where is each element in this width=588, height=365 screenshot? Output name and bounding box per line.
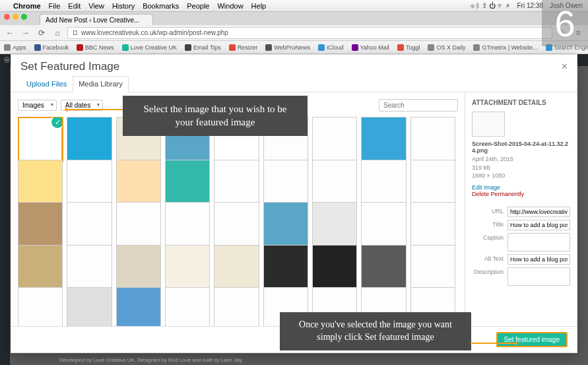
tab-media-library[interactable]: Media Library [73, 76, 129, 92]
media-thumbnail[interactable] [410, 160, 455, 205]
description-field[interactable] [507, 267, 570, 286]
wp-logo-icon[interactable]: ⓦ [4, 56, 10, 65]
title-field[interactable] [507, 220, 570, 230]
window-minimize-icon[interactable] [13, 14, 18, 20]
annotation-arrow [471, 343, 517, 344]
media-thumbnail[interactable] [165, 160, 210, 205]
reload-button[interactable]: ⟳ [36, 27, 48, 39]
media-thumbnail[interactable] [116, 287, 161, 326]
media-thumbnail[interactable] [116, 160, 161, 205]
thumbnail-grid [18, 117, 458, 326]
menu-bookmarks[interactable]: Bookmarks [143, 2, 179, 10]
url-text: www.lovecreativeuk.co.uk/wp-admin/post-n… [81, 29, 228, 36]
filter-type-select[interactable]: Images [18, 100, 57, 111]
media-thumbnail[interactable] [18, 160, 63, 205]
media-thumbnail[interactable] [18, 287, 63, 326]
title-label: Title [472, 220, 504, 228]
media-thumbnail[interactable] [263, 245, 308, 290]
home-button[interactable]: ⌂ [51, 27, 63, 39]
media-thumbnail[interactable] [165, 245, 210, 290]
bookmark-apps[interactable]: Apps [4, 44, 26, 51]
media-thumbnail[interactable] [312, 202, 357, 247]
back-button[interactable]: ← [4, 27, 16, 39]
media-thumbnail[interactable] [67, 202, 112, 247]
wp-admin-sidebar[interactable] [0, 66, 10, 365]
bookmarks-bar: Apps Facebook BBC News Love Creative UK … [0, 41, 588, 54]
media-thumbnail[interactable] [116, 245, 161, 290]
media-thumbnail[interactable] [263, 160, 308, 205]
media-thumbnail[interactable] [67, 117, 112, 162]
delete-permanently-link[interactable]: Delete Permanently [472, 191, 570, 197]
media-thumbnail[interactable] [361, 202, 406, 247]
media-thumbnail[interactable] [312, 117, 357, 162]
bookmark-item[interactable]: BBC News [77, 44, 114, 51]
bookmark-item[interactable]: Love Creative UK [122, 44, 178, 51]
caption-label: Caption [472, 233, 504, 241]
attachment-details: ATTACHMENT DETAILS Screen-Shot-2015-04-2… [465, 92, 577, 326]
menu-help[interactable]: Help [251, 2, 267, 10]
set-featured-image-button[interactable]: Set featured image [496, 332, 568, 347]
media-thumbnail[interactable] [214, 202, 259, 247]
app-name[interactable]: Chrome [13, 2, 41, 10]
media-thumbnail[interactable] [67, 287, 112, 326]
alt-field[interactable] [507, 254, 570, 265]
clock[interactable]: Fri 12:38 [517, 2, 543, 9]
forward-button[interactable]: → [20, 27, 32, 39]
annotation-arrow [66, 109, 123, 110]
macos-menubar: Chrome File Edit View History Bookmarks … [0, 0, 588, 12]
media-thumbnail[interactable] [18, 202, 63, 247]
media-thumbnail[interactable] [361, 117, 406, 162]
status-icons: ◎ ᛒ ⇪ ⏻ ᯤ ⚡︎ [471, 2, 511, 9]
tab-upload-files[interactable]: Upload Files [20, 76, 73, 92]
media-thumbnail[interactable] [67, 160, 112, 205]
bookmark-item[interactable]: Facebook [34, 44, 69, 51]
media-thumbnail[interactable] [410, 117, 455, 162]
window-zoom-icon[interactable] [21, 14, 27, 20]
url-label: URL [472, 207, 504, 215]
menu-window[interactable]: Window [217, 2, 243, 10]
menu-file[interactable]: File [49, 2, 61, 10]
bookmark-item[interactable]: Email Tips [185, 44, 221, 51]
media-thumbnail[interactable] [67, 245, 112, 290]
bookmark-item[interactable]: Yahoo Mail [352, 44, 389, 51]
attachment-size: 319 kB [472, 164, 490, 171]
media-thumbnail[interactable] [214, 245, 259, 290]
media-thumbnail[interactable] [312, 160, 357, 205]
url-field[interactable] [507, 207, 570, 217]
details-heading: ATTACHMENT DETAILS [472, 99, 570, 106]
media-thumbnail[interactable] [214, 160, 259, 205]
bookmark-item[interactable]: GTmetrix | Website... [473, 44, 537, 51]
attachment-dimensions: 1680 × 1050 [472, 172, 505, 179]
caption-field[interactable] [507, 233, 570, 251]
media-thumbnail[interactable] [312, 245, 357, 290]
menu-people[interactable]: People [187, 2, 209, 10]
close-icon[interactable]: × [562, 61, 568, 73]
media-thumbnail[interactable] [18, 245, 63, 290]
browser-tab[interactable]: Add New Post ‹ Love Creative... [40, 14, 153, 25]
attachment-filename: Screen-Shot-2015-04-24-at-11.32.24.png [472, 141, 570, 154]
media-thumbnail[interactable] [361, 160, 406, 205]
media-thumbnail[interactable] [410, 202, 455, 247]
edit-image-link[interactable]: Edit Image [472, 184, 570, 191]
media-thumbnail[interactable] [18, 117, 63, 162]
bookmark-item[interactable]: OS X Daily [428, 44, 465, 51]
media-thumbnail[interactable] [410, 245, 455, 290]
bookmark-item[interactable]: Resizer [229, 44, 258, 51]
bookmark-item[interactable]: iCloud [318, 44, 344, 51]
window-close-icon[interactable] [4, 14, 10, 20]
media-thumbnail[interactable] [165, 202, 210, 247]
search-input[interactable] [379, 99, 458, 112]
media-thumbnail[interactable] [214, 287, 259, 326]
media-thumbnail[interactable] [263, 202, 308, 247]
desc-label: Description [472, 267, 504, 275]
menu-view[interactable]: View [88, 2, 104, 10]
bookmark-item[interactable]: WebProNews [265, 44, 310, 51]
bookmark-item[interactable]: Toggl [397, 44, 420, 51]
step-number-badge: 6 [542, 0, 588, 46]
media-thumbnail[interactable] [116, 202, 161, 247]
media-thumbnail[interactable] [165, 287, 210, 326]
url-bar[interactable]: 🗋 www.lovecreativeuk.co.uk/wp-admin/post… [67, 27, 552, 39]
media-thumbnail[interactable] [361, 245, 406, 290]
menu-history[interactable]: History [112, 2, 135, 10]
menu-edit[interactable]: Edit [68, 2, 81, 10]
